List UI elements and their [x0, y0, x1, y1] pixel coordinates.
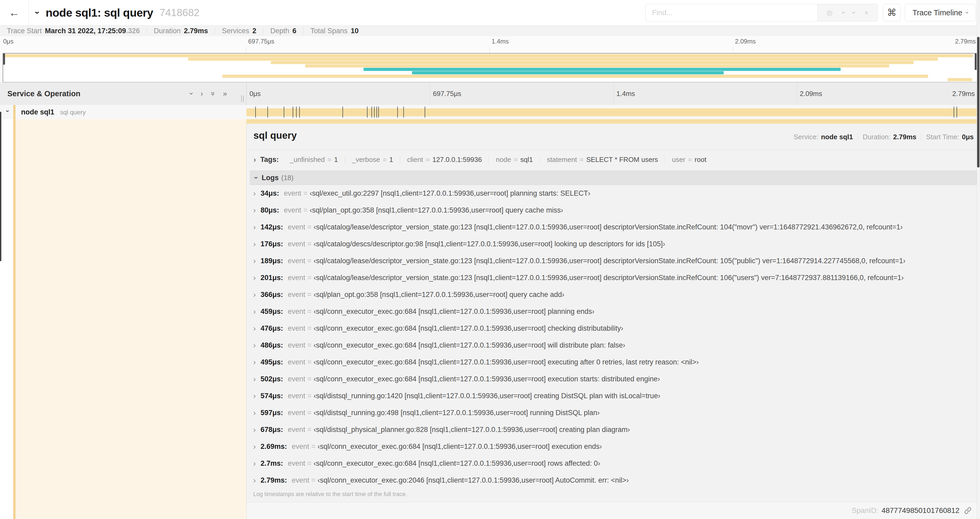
- trace-summary-bar: Trace Start March 31 2022, 17:25:09 .326…: [0, 26, 980, 36]
- log-expand-icon[interactable]: ›: [253, 223, 256, 231]
- column-resizer[interactable]: [241, 96, 244, 102]
- tags-row[interactable]: › Tags: _unfinished = 1 _verbose = 1 cli…: [253, 152, 713, 167]
- tag-equals: =: [328, 156, 331, 164]
- collapse-one-icon[interactable]: ›: [188, 92, 195, 95]
- span-row-node-sql1[interactable]: › node sql1 sql query: [0, 105, 980, 119]
- span-duration-bar[interactable]: [246, 109, 980, 116]
- log-timestamp: 2.79ms:: [261, 476, 287, 484]
- tag-value: sql1: [520, 156, 533, 164]
- log-expand-icon[interactable]: ›: [253, 375, 256, 383]
- tags-label: Tags:: [260, 156, 279, 164]
- logs-header[interactable]: › Logs (18): [250, 171, 977, 185]
- log-field-name: event: [288, 375, 305, 383]
- log-expand-icon[interactable]: ›: [253, 341, 256, 349]
- log-expand-icon[interactable]: ›: [253, 274, 256, 282]
- log-expand-icon[interactable]: ›: [253, 358, 256, 366]
- collapse-all-icon[interactable]: »: [209, 91, 216, 96]
- deep-link-icon[interactable]: [964, 506, 972, 515]
- row-collapse-icon[interactable]: ›: [5, 110, 11, 112]
- span-detail-meta: Service: node sql1 Duration: 2.79ms Star…: [789, 133, 974, 141]
- log-equals: =: [307, 459, 312, 468]
- log-expand-icon[interactable]: ›: [253, 324, 256, 332]
- log-entry-row[interactable]: › 2.7ms: event = ‹sql/conn_executor_exec…: [250, 455, 977, 472]
- vertical-scrollbar[interactable]: [977, 0, 980, 519]
- log-entry-row[interactable]: › 189μs: event = ‹sql/catalog/lease/desc…: [250, 252, 977, 269]
- logs-collapse-icon[interactable]: ›: [253, 176, 260, 179]
- log-entry-row[interactable]: › 574μs: event = ‹sql/distsql_running.go…: [250, 387, 977, 404]
- log-timestamp: 574μs:: [261, 392, 283, 400]
- keyboard-shortcuts-button[interactable]: ⌘: [883, 4, 900, 21]
- left-edge-scrollbar[interactable]: [0, 112, 1, 261]
- tag-value: 1: [334, 156, 338, 164]
- summary-label: Duration: [154, 27, 181, 35]
- minimap-tick-label: 2.09ms: [735, 38, 756, 45]
- log-expand-icon[interactable]: ›: [253, 409, 256, 417]
- log-expand-icon[interactable]: ›: [253, 392, 256, 400]
- log-timestamp: 2.7ms:: [261, 459, 283, 468]
- viewport-left-handle[interactable]: [3, 54, 5, 65]
- log-expand-icon[interactable]: ›: [253, 308, 256, 315]
- log-timestamp: 486μs:: [261, 341, 283, 350]
- log-field-name: event: [288, 409, 305, 417]
- back-button[interactable]: ←: [0, 0, 29, 25]
- find-input[interactable]: [646, 4, 817, 21]
- log-tick: [299, 107, 300, 118]
- log-entry-row[interactable]: › 678μs: event = ‹sql/distsql_physical_p…: [250, 421, 977, 438]
- log-expand-icon[interactable]: ›: [253, 476, 256, 484]
- chevron-down-icon: ›: [964, 11, 970, 13]
- log-value: ‹sql/distsql_physical_planner.go:828 [ns…: [313, 426, 630, 434]
- clear-search-icon[interactable]: ×: [864, 9, 868, 17]
- log-expand-icon[interactable]: ›: [253, 206, 256, 214]
- focus-match-icon[interactable]: ◎: [827, 9, 833, 17]
- log-entry-row[interactable]: › 176μs: event = ‹sql/catalog/descs/desc…: [250, 235, 977, 252]
- summary-item: Services 2: [215, 27, 263, 34]
- next-match-icon[interactable]: ›: [851, 11, 858, 14]
- timeline-minimap[interactable]: 0μs697.75μs1.4ms2.09ms2.79ms: [0, 36, 980, 82]
- log-entry-row[interactable]: › 459μs: event = ‹sql/conn_executor_exec…: [250, 303, 977, 320]
- log-entry-row[interactable]: › 476μs: event = ‹sql/conn_executor_exec…: [250, 320, 977, 337]
- minimap-canvas[interactable]: [3, 53, 977, 83]
- scrollbar-thumb[interactable]: [977, 37, 980, 168]
- log-entry-row[interactable]: › 2.69ms: event = ‹sql/conn_executor_exe…: [250, 438, 977, 455]
- log-entry-row[interactable]: › 597μs: event = ‹sql/distsql_running.go…: [250, 404, 977, 421]
- log-entry-row[interactable]: › 34μs: event = ‹sql/exec_util.go:2297 […: [250, 185, 977, 202]
- log-expand-icon[interactable]: ›: [253, 459, 256, 467]
- log-expand-icon[interactable]: ›: [253, 257, 256, 265]
- trace-view-select[interactable]: Trace Timeline ›: [905, 4, 976, 21]
- log-timestamp: 502μs:: [261, 375, 283, 383]
- log-entry-row[interactable]: › 502μs: event = ‹sql/conn_executor_exec…: [250, 370, 977, 387]
- log-expand-icon[interactable]: ›: [253, 240, 256, 248]
- find-controls: ◎ › › ×: [817, 4, 878, 21]
- minimap-span: [948, 78, 972, 81]
- log-expand-icon[interactable]: ›: [253, 442, 256, 450]
- detail-meta-item: Duration: 2.79ms: [858, 133, 921, 141]
- log-entry-row[interactable]: › 486μs: event = ‹sql/conn_executor_exec…: [250, 337, 977, 354]
- log-field-name: event: [288, 426, 305, 434]
- log-entry-row[interactable]: › 80μs: event = ‹sql/plan_opt.go:358 [ns…: [250, 202, 977, 219]
- log-entry-row[interactable]: › 366μs: event = ‹sql/plan_opt.go:358 [n…: [250, 286, 977, 303]
- log-equals: =: [307, 426, 312, 434]
- log-expand-icon[interactable]: ›: [253, 426, 256, 434]
- log-entry-row[interactable]: › 2.79ms: event = ‹sql/conn_executor_exe…: [250, 472, 977, 489]
- tag-value: SELECT * FROM users: [586, 156, 658, 164]
- spanid-label: SpanID:: [852, 506, 878, 515]
- log-tick: [425, 107, 425, 118]
- log-entry-row[interactable]: › 201μs: event = ‹sql/catalog/lease/desc…: [250, 269, 977, 286]
- log-entry-row[interactable]: › 495μs: event = ‹sql/conn_executor_exec…: [250, 354, 977, 370]
- expand-all-icon[interactable]: »: [223, 90, 227, 97]
- command-icon: ⌘: [887, 7, 896, 18]
- collapse-trace-header-icon[interactable]: ›: [33, 11, 42, 14]
- back-arrow-icon: ←: [9, 6, 20, 19]
- log-entry-row[interactable]: › 142μs: event = ‹sql/catalog/lease/desc…: [250, 219, 977, 235]
- log-tick: [377, 107, 377, 118]
- log-expand-icon[interactable]: ›: [253, 291, 256, 299]
- minimap-span: [412, 71, 724, 74]
- expand-one-icon[interactable]: ›: [200, 90, 203, 97]
- prev-match-icon[interactable]: ›: [839, 11, 846, 14]
- log-equals: =: [307, 324, 312, 332]
- selected-span-bar[interactable]: [246, 119, 980, 124]
- span-row-name[interactable]: node sql1 sql query: [21, 105, 86, 119]
- log-expand-icon[interactable]: ›: [253, 189, 256, 197]
- log-tick: [378, 107, 379, 118]
- tags-expand-icon[interactable]: ›: [253, 156, 256, 163]
